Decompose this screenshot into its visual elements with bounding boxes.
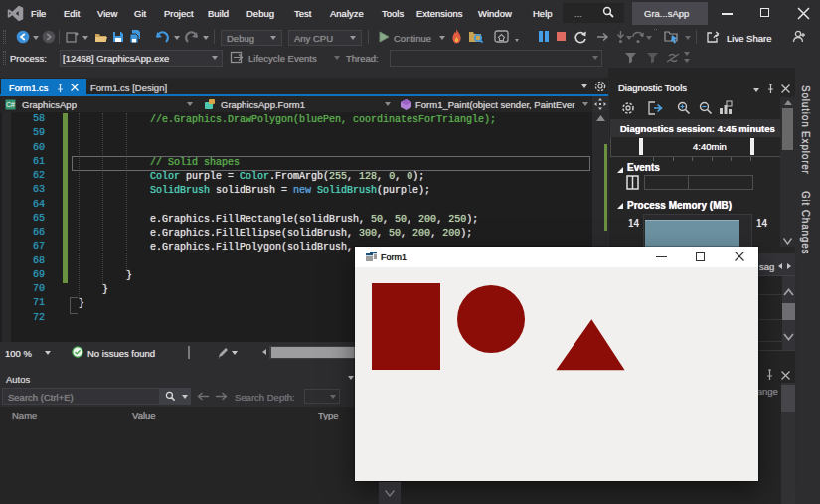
svg-text:C#: C# bbox=[6, 101, 15, 108]
